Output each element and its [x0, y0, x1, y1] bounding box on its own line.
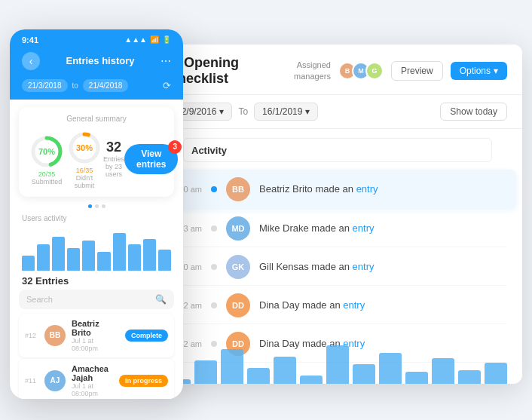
summary-row: 70% 20/35 Submitted 30% 16/35 D [28, 129, 165, 189]
mini-bar-9 [143, 239, 156, 271]
entries-label: Entries [103, 155, 124, 163]
donut-didnt-submit: 30% 16/35 Didn't submit [66, 129, 103, 189]
act-link-1[interactable]: entry [353, 222, 375, 234]
donut-1-sublabel: Submitted [28, 178, 66, 185]
entry-item-11[interactable]: #11 AJ Amachea Jajah Jul 1 at 08:00pm In… [19, 359, 174, 399]
act-avatar-1: MD [226, 216, 250, 241]
bar-11 [432, 358, 454, 384]
preview-button[interactable]: Preview [391, 61, 443, 81]
bar-10 [405, 372, 428, 384]
bar-12 [458, 370, 481, 384]
entries-total-label: 32 Entries [10, 271, 183, 290]
mini-bar-5 [82, 241, 95, 271]
mobile-date-filter: 21/3/2018 to 21/4/2018 ⟳ [10, 79, 183, 100]
summary-title: General summary [28, 115, 165, 123]
activity-row-1: 8:03 am MD Mike Drake made an entry [168, 210, 507, 247]
entries-sub: by 23 users [103, 163, 124, 178]
act-dot-1 [211, 225, 217, 231]
act-dot-2 [211, 264, 217, 270]
dot-2 [95, 204, 99, 208]
desktop-subheader: 12/9/2016 ▾ To 16/1/2019 ▾ Show today [153, 95, 522, 129]
entry-badge-12: Complete [125, 330, 168, 342]
entry-avatar-11: AJ [44, 370, 66, 391]
entry-name-12: Beatriz Brito [72, 319, 119, 337]
entry-item-12[interactable]: #12 BB Beatriz Brito Jul 1 at 08:00pm Co… [19, 314, 174, 357]
donut-1-fraction: 20/35 [28, 170, 66, 178]
donut-2-sublabel: Didn't submit [66, 174, 103, 189]
bar-6 [300, 376, 323, 384]
entry-avatar-12: BB [44, 325, 66, 346]
notification-badge: 3 [168, 140, 182, 154]
bar-3 [221, 349, 243, 384]
back-button[interactable]: ‹ [22, 52, 40, 70]
view-entries-wrapper: View entries 3 [124, 144, 178, 174]
donut-1-label: 70% [38, 147, 55, 156]
refresh-icon[interactable]: ⟳ [163, 80, 171, 91]
act-dot-0 [211, 186, 217, 192]
act-avatar-0: BB [226, 177, 250, 201]
dot-1 [88, 204, 92, 208]
bar-5 [274, 357, 296, 384]
activity-label: Activity [191, 145, 227, 156]
search-placeholder: Search [26, 295, 151, 304]
act-link-0[interactable]: entry [356, 183, 378, 195]
desktop-header: te Opening Checklist Assigned managers B… [153, 44, 522, 95]
entry-list: #12 BB Beatriz Brito Jul 1 at 08:00pm Co… [10, 314, 183, 399]
chevron-down-icon: ▾ [305, 106, 310, 117]
assigned-section: Assigned managers [294, 60, 331, 81]
bar-7 [326, 345, 349, 384]
summary-card: General summary 70% 20/35 Submitted [19, 107, 174, 197]
wifi-icon: 📶 [150, 35, 159, 44]
entry-name-11: Amachea Jajah [72, 364, 113, 382]
bar-2 [194, 360, 217, 384]
show-today-button[interactable]: Show today [440, 103, 507, 121]
entries-stat: 32 Entries by 23 users [103, 139, 124, 178]
mobile-nav-title: Entries history [66, 55, 134, 66]
desktop-panel: te Opening Checklist Assigned managers B… [153, 44, 522, 384]
entry-date-11: Jul 1 at 08:00pm [72, 382, 113, 397]
carousel-dots [10, 204, 183, 208]
date-to-pill[interactable]: 21/4/2018 [83, 79, 129, 92]
date-from-pill[interactable]: 21/3/2018 [22, 79, 68, 92]
header-right: Assigned managers B M G Preview Options … [294, 60, 507, 81]
mobile-time: 9:41 [22, 35, 38, 44]
options-button[interactable]: Options ▾ [451, 62, 507, 80]
mobile-chart [10, 225, 183, 271]
entries-count-big: 32 [103, 139, 124, 155]
page-title: te Opening Checklist [168, 55, 294, 87]
donut-2-fraction: 16/35 [66, 167, 103, 174]
search-icon: 🔍 [155, 294, 167, 305]
act-text-2: Gill Kensas made an entry [259, 261, 507, 272]
search-bar[interactable]: Search 🔍 [19, 290, 174, 309]
activity-section: Activity [153, 129, 522, 162]
activity-row-2: 8:10 am GK Gill Kensas made an entry [168, 249, 507, 286]
activity-border: Activity [183, 138, 492, 162]
bar-13 [485, 363, 507, 384]
donut-submitted: 70% 20/35 Submitted [28, 133, 66, 185]
date-separator: To [238, 106, 248, 117]
line-chart [168, 293, 507, 339]
entry-info-12: Beatriz Brito Jul 1 at 08:00pm [72, 319, 119, 352]
mobile-panel: 9:41 ▲▲▲ 📶 🔋 ‹ Entries history ⋯ 21/3/20… [10, 29, 183, 399]
act-avatar-2: GK [226, 255, 250, 279]
bar-4 [247, 368, 270, 384]
entry-num-11: #11 [25, 377, 38, 385]
act-text-1: Mike Drake made an entry [259, 222, 507, 234]
mini-bar-3 [52, 237, 65, 271]
chevron-down-icon: ▾ [494, 66, 498, 76]
mini-bar-8 [128, 244, 141, 271]
scene: te Opening Checklist Assigned managers B… [10, 14, 522, 406]
battery-icon: 🔋 [162, 35, 171, 44]
menu-icon[interactable]: ⋯ [161, 55, 171, 67]
chart-container [153, 293, 522, 384]
date-to-select[interactable]: 16/1/2019 ▾ [254, 103, 318, 121]
mini-bar-1 [22, 256, 35, 271]
mini-bar-6 [97, 252, 110, 271]
entry-date-12: Jul 1 at 08:00pm [72, 337, 119, 352]
activity-row-highlighted: 8:00 am BB Beatriz Brito made an entry [159, 170, 516, 209]
bar-9 [379, 353, 402, 384]
act-link-2[interactable]: entry [353, 261, 375, 272]
avatar-group: B M G [338, 62, 384, 80]
mobile-status-bar: 9:41 ▲▲▲ 📶 🔋 [10, 29, 183, 48]
act-text-0: Beatriz Brito made an entry [259, 183, 507, 195]
